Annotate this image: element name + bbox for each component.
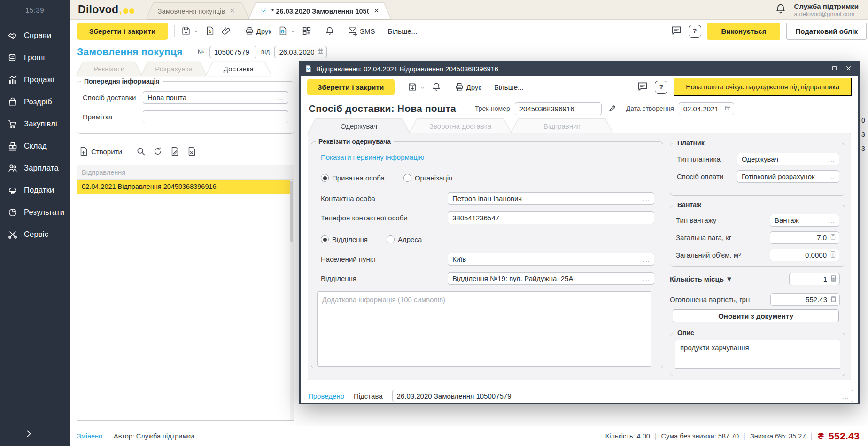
add-widget-button[interactable] bbox=[302, 26, 312, 36]
delete-shipment-button[interactable] bbox=[186, 146, 197, 156]
changed-link[interactable]: Змінено bbox=[77, 432, 102, 440]
delivery-method-input[interactable]: Нова пошта bbox=[143, 91, 288, 104]
tab-orders-list[interactable]: Замовлення покупців bbox=[147, 3, 249, 19]
sidebar-item-hroshi[interactable]: Гроші bbox=[0, 47, 70, 69]
search-button[interactable] bbox=[136, 146, 146, 156]
save-and-close-button[interactable]: Зберегти і закрити bbox=[77, 23, 168, 40]
tab-calculations[interactable]: Розрахунки bbox=[141, 62, 206, 76]
radio-private-person[interactable] bbox=[321, 174, 329, 182]
basis-input[interactable]: 26.03.2020 Замовлення 105007579 bbox=[392, 390, 853, 402]
tab-current-order[interactable]: * 26.03.2020 Замовлення 10500 bbox=[249, 3, 391, 19]
document-number-input[interactable]: 105007579 bbox=[209, 46, 256, 58]
status-button[interactable]: Виконується bbox=[707, 23, 781, 40]
sidebar-item-spravy[interactable]: Справи bbox=[0, 24, 70, 47]
city-input[interactable]: Київ bbox=[448, 253, 654, 266]
modal-titlebar[interactable]: Відправлення: 02.04.2021 Відправлення 20… bbox=[301, 63, 858, 76]
show-primary-info-link[interactable]: Показати первинну інформацію bbox=[321, 153, 424, 161]
refresh-button[interactable] bbox=[153, 146, 163, 156]
radio-address[interactable] bbox=[387, 235, 395, 243]
description-textarea[interactable]: продукти харчування bbox=[675, 340, 840, 369]
document-date-input[interactable]: 26.03.2020 bbox=[274, 46, 327, 58]
total-weight-input[interactable]: 7.0 bbox=[770, 231, 839, 244]
contact-phone-input[interactable]: 380541236547 bbox=[448, 211, 654, 224]
cargo-type-input[interactable]: Вантаж bbox=[770, 214, 839, 227]
places-count-input[interactable]: 1 bbox=[789, 273, 840, 285]
shipment-row-selected[interactable]: 02.04.2021 Відправлення 20450368396916 bbox=[77, 180, 294, 194]
modal-comments-button[interactable] bbox=[636, 80, 649, 94]
tab-return-delivery[interactable]: Зворотна доставка bbox=[410, 119, 511, 133]
attach-file-button[interactable] bbox=[221, 26, 232, 36]
declared-value-input[interactable]: 552.43 bbox=[770, 293, 840, 306]
sidebar-item-zarplata[interactable]: Зарплата bbox=[0, 157, 70, 179]
maximize-icon[interactable] bbox=[831, 65, 837, 73]
calculator-icon[interactable] bbox=[829, 251, 837, 259]
account-info[interactable]: Служба підтримки a.delovod@gmail.com bbox=[794, 2, 859, 17]
additional-info-textarea[interactable]: Додаткова інформація (100 символів) bbox=[317, 291, 651, 367]
close-icon[interactable] bbox=[373, 8, 380, 15]
track-number-input[interactable]: 20450368396916 bbox=[515, 102, 602, 115]
tax-accounting-button[interactable]: Податковий облік bbox=[786, 23, 867, 40]
sidebar-item-prodazhi[interactable]: Продажі bbox=[0, 69, 70, 91]
update-from-document-button[interactable]: Оновити з документу bbox=[673, 309, 839, 322]
ellipsis-icon[interactable] bbox=[643, 257, 650, 262]
print-button[interactable]: Друк bbox=[244, 26, 271, 36]
sidebar-collapse-button[interactable] bbox=[24, 430, 33, 439]
help-button[interactable]: ? bbox=[689, 25, 701, 38]
sidebar-item-zakupivli[interactable]: Закупівлі bbox=[0, 113, 70, 135]
sidebar-item-servis[interactable]: Сервіс bbox=[0, 223, 70, 245]
close-icon[interactable] bbox=[845, 65, 852, 73]
save-button[interactable] bbox=[181, 26, 199, 36]
sidebar-item-rezultaty[interactable]: Результати bbox=[0, 201, 70, 223]
modal-reminder-button[interactable] bbox=[431, 82, 442, 92]
close-icon[interactable] bbox=[229, 8, 235, 15]
calculator-icon[interactable] bbox=[830, 296, 837, 304]
ellipsis-icon[interactable] bbox=[277, 95, 284, 100]
ellipsis-icon[interactable] bbox=[828, 218, 835, 223]
payer-type-input[interactable]: Одержувач bbox=[737, 153, 839, 165]
edit-shipment-button[interactable] bbox=[170, 146, 180, 156]
radio-branch[interactable] bbox=[321, 235, 329, 243]
modal-more-button[interactable]: Більше... bbox=[494, 83, 524, 91]
calendar-icon[interactable] bbox=[724, 104, 731, 113]
sidebar-item-rozdrib[interactable]: Роздріб bbox=[0, 91, 70, 113]
modal-save-and-close-button[interactable]: Зберегти і закрити bbox=[307, 79, 395, 95]
modal-save-button[interactable] bbox=[407, 82, 425, 92]
scrollbar[interactable] bbox=[290, 180, 294, 420]
calculator-icon[interactable] bbox=[830, 275, 837, 283]
dilovod-logo[interactable]: Dilovod, bbox=[70, 0, 147, 19]
tab-delivery[interactable]: Доставка bbox=[206, 62, 271, 76]
radio-organization[interactable] bbox=[403, 174, 411, 182]
pencil-icon[interactable] bbox=[608, 104, 617, 114]
shipments-column-header[interactable]: Відправлення bbox=[77, 165, 294, 180]
tab-requisites[interactable]: Реквізити bbox=[77, 62, 141, 76]
ellipsis-icon[interactable] bbox=[842, 394, 849, 399]
places-count-label[interactable]: Кількість місць ▼ bbox=[670, 275, 733, 283]
created-date-input[interactable]: 02.04.2021 bbox=[679, 102, 734, 115]
reminder-button[interactable] bbox=[325, 26, 335, 36]
tab-sender[interactable]: Відправник bbox=[511, 119, 612, 133]
tab-recipient[interactable]: Одержувач bbox=[308, 119, 410, 133]
payment-method-input[interactable]: Готівковий розрахунок bbox=[737, 170, 839, 183]
ellipsis-icon[interactable] bbox=[643, 196, 650, 201]
contact-person-input[interactable]: Петров Іван Іванович bbox=[448, 192, 654, 205]
note-input[interactable] bbox=[143, 110, 288, 123]
create-shipment-button[interactable]: Створити bbox=[78, 146, 122, 156]
sidebar-item-podatky[interactable]: Податки bbox=[0, 179, 70, 201]
ellipsis-icon[interactable] bbox=[828, 157, 835, 162]
notifications-bell-icon[interactable] bbox=[775, 3, 787, 16]
document-info-button[interactable] bbox=[278, 26, 295, 36]
more-button[interactable]: Більше... bbox=[388, 27, 417, 35]
sms-button[interactable]: SMS bbox=[348, 26, 375, 36]
total-volume-input[interactable]: 0.0000 bbox=[770, 249, 839, 261]
favorite-document-button[interactable] bbox=[205, 26, 215, 36]
modal-print-button[interactable]: Друк bbox=[454, 82, 481, 92]
comments-button[interactable] bbox=[670, 24, 682, 38]
ellipsis-icon[interactable] bbox=[828, 174, 835, 179]
scrollbar-thumb[interactable] bbox=[290, 181, 293, 242]
nova-poshta-status-banner[interactable]: Нова пошта очікує надходження від відпра… bbox=[674, 78, 852, 96]
posted-link[interactable]: Проведено bbox=[308, 392, 344, 400]
calculator-icon[interactable] bbox=[829, 234, 837, 242]
modal-help-button[interactable]: ? bbox=[655, 81, 667, 94]
branch-input[interactable]: Відділення №19: вул. Райдужна, 25А bbox=[448, 272, 654, 285]
calendar-icon[interactable] bbox=[317, 47, 324, 56]
